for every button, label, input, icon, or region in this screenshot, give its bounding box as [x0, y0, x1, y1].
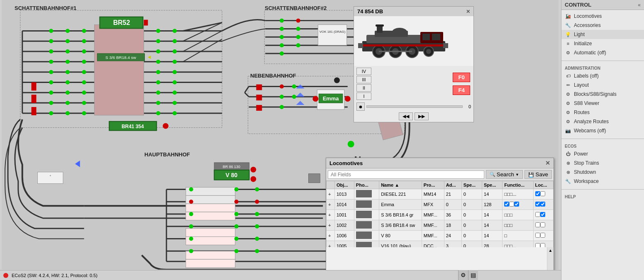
panel-collapse-button[interactable]: «: [638, 2, 641, 8]
loco-loc-checkbox[interactable]: [533, 231, 553, 241]
fn-f4-button[interactable]: F4: [453, 85, 470, 95]
loc2-checkbox[interactable]: [540, 191, 545, 196]
svg-point-133: [296, 27, 300, 31]
loco-loc-checkbox[interactable]: [533, 200, 553, 210]
panel-item-workspace[interactable]: 🔧 Workspace: [561, 177, 644, 186]
loco-loc-checkbox[interactable]: [533, 241, 553, 248]
table-row[interactable]: +1002S 3/6 BR18.4 swMMF...18014□□□: [327, 220, 554, 231]
direction-back-button[interactable]: ◀◀: [399, 112, 413, 120]
monitor-icon[interactable]: ▤: [468, 270, 478, 280]
svg-point-44: [173, 70, 177, 74]
locomotives-table-scroll[interactable]: Obj... Pho... Name ▲ Pro... Ad... Spe...…: [326, 181, 554, 247]
loc-checkbox[interactable]: [535, 222, 540, 227]
locomotives-search-bar: 🔍 Search ▼ 💾 Save: [326, 168, 554, 181]
scroll-up-icon[interactable]: ▲: [549, 248, 553, 253]
loc-checkbox[interactable]: [535, 191, 540, 196]
loco-functions[interactable]: □□□...: [503, 189, 533, 200]
col-func[interactable]: Functio...: [503, 181, 533, 189]
panel-item-automatic[interactable]: ⚙ Automatic (off): [561, 48, 644, 57]
loco-name: S 3/6 BR18.4 gr: [379, 210, 422, 220]
loc2-checkbox[interactable]: [540, 243, 545, 247]
fn-f0-button[interactable]: F0: [453, 73, 470, 82]
svg-point-114: [255, 224, 259, 229]
loco-loc-checkbox[interactable]: [533, 210, 553, 220]
settings-icon[interactable]: ⚙: [458, 270, 468, 280]
routes-icon: ⚙: [565, 109, 571, 116]
loco-functions[interactable]: □: [503, 231, 533, 241]
loc-checkbox[interactable]: [535, 243, 540, 247]
loc-checkbox[interactable]: [535, 212, 540, 217]
loc2-checkbox[interactable]: [540, 233, 545, 238]
loco-functions[interactable]: □□□...: [503, 241, 533, 248]
loc2-checkbox[interactable]: [540, 202, 545, 207]
speed-level-i[interactable]: I: [356, 93, 371, 100]
panel-item-routes[interactable]: ⚙ Routes: [561, 108, 644, 117]
add-loco-button[interactable]: +: [327, 200, 335, 210]
panel-item-analyze-routes[interactable]: ⚙ Analyze Routes: [561, 117, 644, 126]
loco-functions[interactable]: [503, 200, 533, 210]
table-row[interactable]: +1014EmmaMFX00128: [327, 200, 554, 210]
func-checkbox-2[interactable]: [509, 202, 514, 207]
loc-checkbox[interactable]: [535, 233, 540, 238]
svg-point-36: [82, 60, 86, 64]
col-name[interactable]: Name ▲: [379, 181, 422, 189]
func-checkbox-1[interactable]: [504, 202, 509, 207]
locomotives-search-button[interactable]: 🔍 Search ▼: [486, 170, 523, 179]
speed-level-iv[interactable]: IV: [356, 68, 371, 75]
loc-checkbox[interactable]: [535, 202, 540, 207]
panel-item-labels[interactable]: 🏷 Labels (off): [561, 71, 644, 80]
add-loco-button[interactable]: +: [327, 231, 335, 241]
svg-text:BR52: BR52: [113, 19, 130, 26]
speed-level-ii[interactable]: II: [356, 84, 371, 92]
panel-item-initialize[interactable]: ≡ Initialize: [561, 39, 644, 48]
loco-functions[interactable]: □□□: [503, 210, 533, 220]
add-loco-button[interactable]: +: [327, 189, 335, 200]
loco-functions[interactable]: □□□: [503, 220, 533, 231]
loc2-checkbox[interactable]: [540, 212, 545, 217]
direction-fwd-button[interactable]: ▶▶: [415, 112, 429, 120]
col-ad[interactable]: Ad...: [444, 181, 461, 189]
col-obj[interactable]: Obj...: [335, 181, 354, 189]
add-loco-button[interactable]: +: [327, 220, 335, 231]
loco-protocol: MFX: [422, 200, 444, 210]
panel-item-webcams[interactable]: 📷 Webcams (off): [561, 126, 644, 135]
svg-point-105: [255, 187, 259, 192]
add-loco-button[interactable]: +: [327, 241, 335, 248]
svg-point-16: [49, 29, 53, 33]
add-loco-button[interactable]: +: [327, 210, 335, 220]
locomotives-save-button[interactable]: 💾 Save: [524, 170, 552, 179]
panel-item-blocks[interactable]: ⚙ Blocks/S88/Signals: [561, 90, 644, 99]
panel-item-locomotives[interactable]: 🚂 Locomotives: [561, 12, 644, 21]
table-row[interactable]: +1001S 3/6 BR18.4 grMMF...36014□□□: [327, 210, 554, 220]
table-row[interactable]: +1006V 80MMF...24014□: [327, 231, 554, 241]
col-photo[interactable]: Pho...: [354, 181, 379, 189]
col-pro[interactable]: Pro...: [422, 181, 444, 189]
locomotives-search-input[interactable]: [328, 170, 484, 179]
panel-item-s88viewer[interactable]: ⚙ S88 Viewer: [561, 99, 644, 108]
panel-item-power[interactable]: ⏻ Power: [561, 149, 644, 158]
svg-point-107: [234, 200, 239, 204]
panel-item-stop-trains[interactable]: ⊗ Stop Trains: [561, 158, 644, 168]
loco-info-close[interactable]: ✕: [466, 9, 470, 15]
locomotives-window-close[interactable]: ✕: [545, 160, 550, 166]
loco-loc-checkbox[interactable]: [533, 220, 553, 231]
svg-rect-88: [186, 187, 235, 196]
panel-item-shutdown[interactable]: ⊗ Shutdown: [561, 168, 644, 177]
panel-item-light[interactable]: 💡 Light: [561, 30, 644, 39]
speed-level-iii[interactable]: III: [356, 76, 371, 83]
panel-item-accessories[interactable]: 🔧 Accessories: [561, 21, 644, 30]
col-spd2[interactable]: Spe...: [482, 181, 503, 189]
svg-text:BR 86 130: BR 86 130: [223, 165, 240, 169]
panel-item-layout[interactable]: ✏ Layout: [561, 80, 644, 90]
loc2-checkbox[interactable]: [540, 222, 545, 227]
direction-stop-button[interactable]: ⏺: [356, 102, 365, 111]
col-spd1[interactable]: Spe...: [461, 181, 482, 189]
svg-rect-73: [32, 95, 37, 103]
func-checkbox-3[interactable]: [514, 202, 519, 207]
loco-loc-checkbox[interactable]: [533, 189, 553, 200]
col-loc[interactable]: Loc...: [533, 181, 553, 189]
loco-name: V 80: [379, 231, 422, 241]
table-row[interactable]: +1005V16 101 (blau)DCC...3028□□□...: [327, 241, 554, 248]
table-row[interactable]: +1013DIESEL 221MM1421014□□□...: [327, 189, 554, 200]
svg-text:BR41 354: BR41 354: [122, 124, 144, 129]
